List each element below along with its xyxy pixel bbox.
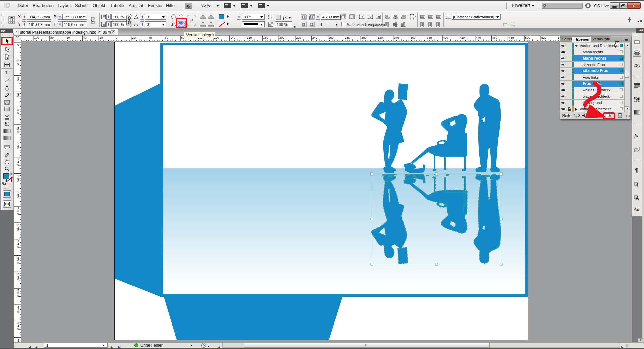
svg-text:400: 400 (443, 36, 448, 39)
svg-text:500: 500 (525, 36, 530, 39)
svg-text:0: 0 (17, 163, 19, 166)
svg-text:80: 80 (50, 36, 54, 39)
svg-text:40: 40 (83, 36, 86, 39)
svg-text:¶: ¶ (636, 182, 638, 187)
svg-text:360: 360 (411, 36, 416, 39)
svg-text:0: 0 (17, 147, 19, 150)
svg-text:0: 0 (17, 180, 19, 183)
svg-text:100: 100 (34, 36, 39, 39)
svg-text:0: 0 (17, 43, 19, 46)
svg-text:380: 380 (427, 36, 432, 39)
svg-text:460: 460 (492, 36, 497, 39)
svg-text:160: 160 (247, 36, 252, 39)
svg-text:0: 0 (17, 111, 19, 114)
svg-text:0: 0 (116, 36, 117, 39)
svg-text:320: 320 (378, 36, 383, 39)
svg-text:P: P (190, 18, 193, 23)
svg-text:180: 180 (263, 36, 268, 39)
svg-text:0: 0 (17, 310, 19, 314)
svg-text:¶: ¶ (635, 167, 638, 173)
svg-text:0: 0 (17, 212, 19, 215)
svg-text:440: 440 (476, 36, 481, 39)
svg-text:300: 300 (361, 36, 366, 39)
svg-text:T: T (5, 70, 8, 76)
svg-text:0: 0 (17, 278, 19, 281)
svg-text:60: 60 (67, 36, 70, 39)
svg-text:260: 260 (329, 36, 334, 39)
svg-text:0: 0 (17, 229, 19, 232)
svg-text:200: 200 (279, 36, 284, 39)
svg-text:40: 40 (149, 36, 152, 39)
svg-text:0: 0 (17, 294, 19, 297)
svg-text:420: 420 (460, 36, 465, 39)
svg-text:140: 140 (230, 36, 235, 39)
svg-text:340: 340 (394, 36, 399, 39)
svg-text:520: 520 (541, 36, 546, 39)
svg-text:20: 20 (132, 36, 136, 39)
svg-text:0: 0 (17, 130, 19, 134)
svg-text:480: 480 (508, 36, 514, 39)
svg-text:220: 220 (296, 36, 301, 39)
svg-text:0: 0 (17, 79, 19, 82)
svg-text:0: 0 (17, 245, 19, 248)
svg-text:0: 0 (17, 196, 19, 199)
svg-text:280: 280 (345, 36, 350, 39)
svg-text:240: 240 (312, 36, 317, 39)
svg-text:0: 0 (17, 95, 19, 98)
svg-text:0: 0 (17, 62, 19, 65)
svg-text:20: 20 (99, 36, 103, 39)
svg-text:fx: fx (634, 133, 639, 138)
svg-text:0: 0 (17, 327, 19, 330)
svg-text:A: A (636, 196, 639, 201)
svg-text:Aa: Aa (633, 207, 640, 212)
svg-text:60: 60 (165, 36, 168, 39)
svg-text:0: 0 (17, 261, 19, 265)
